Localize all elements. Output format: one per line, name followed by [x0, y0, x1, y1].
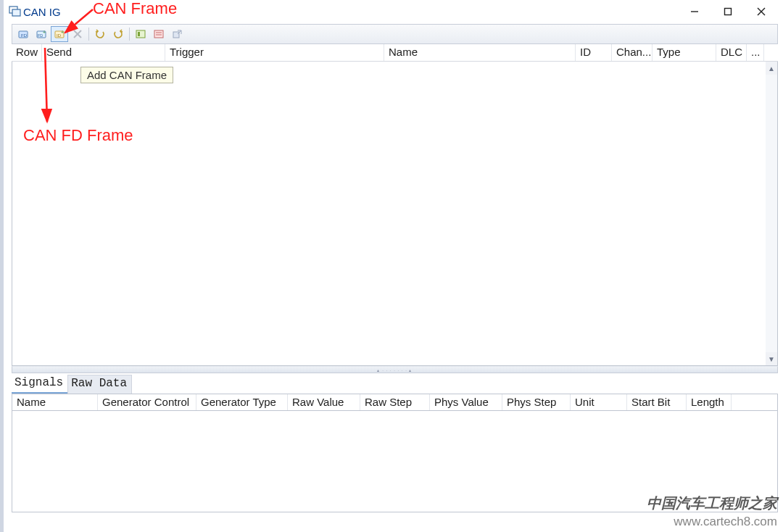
- frame-col-trigger[interactable]: Trigger: [165, 44, 384, 61]
- frame-col-name[interactable]: Name: [384, 44, 576, 61]
- svg-line-23: [45, 48, 47, 122]
- options-icon[interactable]: [150, 26, 167, 42]
- frame-list-body[interactable]: Add CAN Frame ▲ ▼: [12, 62, 778, 366]
- frame-col-id[interactable]: ID: [576, 44, 612, 61]
- svg-rect-17: [138, 32, 140, 36]
- signal-col-phys-step[interactable]: Phys Step: [502, 394, 571, 410]
- add-fd-frame-icon[interactable]: FD+: [33, 26, 50, 42]
- tab-raw-data[interactable]: Raw Data: [67, 375, 132, 394]
- signal-tabs: Signals Raw Data: [12, 375, 782, 394]
- signal-col-phys-value[interactable]: Phys Value: [430, 394, 502, 410]
- signal-col-length[interactable]: Length: [687, 394, 732, 410]
- svg-rect-1: [12, 9, 20, 16]
- minimize-button[interactable]: [678, 1, 711, 22]
- maximize-button[interactable]: [711, 1, 745, 22]
- export-icon[interactable]: [168, 26, 186, 42]
- svg-text:+: +: [43, 30, 46, 35]
- frame-col--[interactable]: ...: [747, 44, 764, 61]
- app-icon: [9, 5, 22, 18]
- frame-col-send[interactable]: Send: [42, 44, 165, 61]
- signal-col-raw-value[interactable]: Raw Value: [288, 394, 360, 410]
- config-icon[interactable]: [132, 26, 149, 42]
- annotation-can-frame: CAN Frame: [93, 0, 177, 18]
- signal-col-generator-control[interactable]: Generator Control: [98, 394, 196, 410]
- vertical-scrollbar[interactable]: ▲ ▼: [766, 62, 777, 365]
- svg-rect-16: [136, 30, 145, 38]
- signal-col-raw-step[interactable]: Raw Step: [360, 394, 430, 410]
- frame-list-header: RowSendTriggerNameIDChan...TypeDLC...: [12, 44, 778, 62]
- tab-signals[interactable]: Signals: [12, 375, 67, 394]
- svg-text:FD: FD: [21, 33, 28, 38]
- signal-col-unit[interactable]: Unit: [571, 394, 627, 410]
- pane-splitter[interactable]: ▴ · · · · · · · ▴: [12, 366, 778, 373]
- signal-col-generator-type[interactable]: Generator Type: [196, 394, 288, 410]
- frame-col-row[interactable]: Row: [12, 44, 42, 61]
- scroll-track[interactable]: [766, 75, 777, 352]
- window-title: CAN IG: [23, 6, 61, 18]
- signal-col-start-bit[interactable]: Start Bit: [627, 394, 687, 410]
- signal-col-name[interactable]: Name: [12, 394, 98, 410]
- scroll-up-icon[interactable]: ▲: [766, 62, 777, 75]
- toolbar-separator: [129, 28, 130, 41]
- frame-col-type[interactable]: Type: [652, 44, 716, 61]
- annotation-arrow-top: [62, 7, 94, 36]
- window-controls: [678, 1, 778, 22]
- annotation-can-fd-frame: CAN FD Frame: [23, 126, 133, 145]
- splitter-grip-icon: ▴ · · · · · · · ▴: [377, 367, 412, 373]
- svg-line-22: [65, 9, 93, 33]
- frame-col-chan-[interactable]: Chan...: [612, 44, 652, 61]
- toolbar: FD FD+ ID+: [12, 24, 778, 44]
- add-can-frame-tooltip: Add CAN Frame: [80, 67, 173, 83]
- scroll-down-icon[interactable]: ▼: [766, 352, 777, 365]
- annotation-arrow-bottom: [40, 46, 53, 126]
- can-ig-window: CAN IG FD FD+ ID+ RowSendTriggerNameIDCh…: [4, 0, 783, 532]
- svg-rect-18: [154, 30, 163, 38]
- signal-list-header: NameGenerator ControlGenerator TypeRaw V…: [12, 394, 778, 411]
- svg-rect-3: [725, 9, 732, 15]
- close-button[interactable]: [745, 1, 778, 22]
- signal-list-body[interactable]: [12, 411, 778, 512]
- frame-col-dlc[interactable]: DLC: [716, 44, 747, 61]
- redo-icon[interactable]: [109, 26, 127, 42]
- svg-rect-21: [173, 32, 179, 38]
- new-frame-icon[interactable]: FD: [14, 26, 32, 42]
